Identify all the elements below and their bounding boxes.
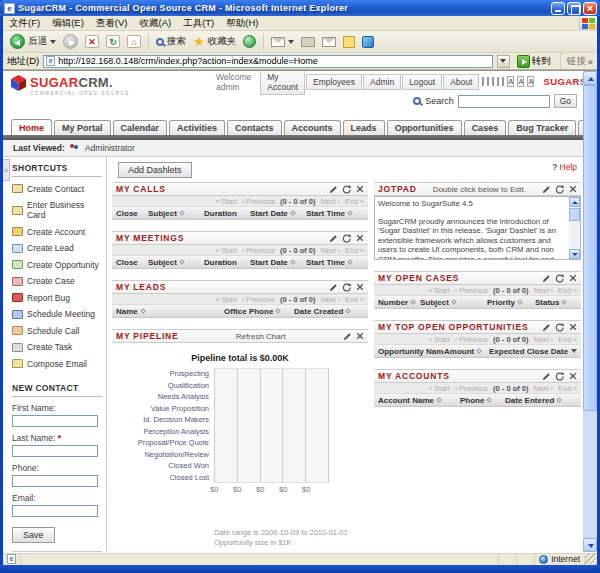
close-icon[interactable] <box>569 372 577 380</box>
pagination-end[interactable]: End <box>558 384 577 393</box>
font-size-medium-button[interactable]: A <box>517 76 524 87</box>
nav-my-account[interactable]: My Account <box>260 71 305 95</box>
pagination-previous[interactable]: Previous <box>455 384 488 393</box>
tab-leads[interactable]: Leads <box>343 120 385 135</box>
jotpad-textarea[interactable]: Welcome to SugarSuite 4.5 SugarCRM proud… <box>374 196 581 260</box>
last-name-field[interactable] <box>12 445 98 457</box>
edit-icon[interactable] <box>329 185 338 194</box>
column-account-name[interactable]: Account Name <box>378 396 460 405</box>
font-size-large-button[interactable]: A <box>527 76 534 87</box>
add-dashlets-button[interactable]: Add Dashlets <box>118 162 192 178</box>
menu-file[interactable]: 文件(F) <box>3 16 46 31</box>
minimize-button[interactable] <box>551 2 565 15</box>
column-duration[interactable]: Duration <box>204 209 250 218</box>
close-icon[interactable] <box>356 185 364 193</box>
email-field[interactable] <box>12 505 98 517</box>
crm-search-go-button[interactable]: Go <box>554 94 577 108</box>
save-button[interactable]: Save <box>12 527 55 543</box>
edit-icon[interactable] <box>343 332 352 341</box>
column-duration[interactable]: Duration <box>204 258 250 267</box>
pagination-start[interactable]: Start <box>215 197 237 206</box>
pagination-start[interactable]: Start <box>215 246 237 255</box>
font-size-small-button[interactable]: A <box>507 76 514 87</box>
scroll-up-icon[interactable] <box>569 197 580 207</box>
pagination-next[interactable]: Next <box>534 286 553 295</box>
close-icon[interactable] <box>356 234 364 242</box>
pagination-end[interactable]: End <box>345 246 364 255</box>
close-icon[interactable] <box>356 332 364 340</box>
pagination-previous[interactable]: Previous <box>242 197 275 206</box>
pagination-start[interactable]: Start <box>428 335 450 344</box>
close-icon[interactable] <box>569 323 577 331</box>
theme-swatch[interactable] <box>482 77 484 86</box>
sidebar-collapse-handle[interactable]: « <box>3 159 10 181</box>
column-subject[interactable]: Subject <box>148 258 204 267</box>
column-expected-close-date[interactable]: Expected Close Date <box>489 347 577 356</box>
address-dropdown[interactable] <box>497 55 510 68</box>
menu-help[interactable]: 帮助(H) <box>220 16 264 31</box>
edit-icon[interactable] <box>542 185 551 194</box>
pagination-start[interactable]: Start <box>428 384 450 393</box>
pagination-previous[interactable]: Previous <box>242 295 275 304</box>
column-status[interactable]: Status <box>535 298 577 307</box>
go-button[interactable]: 转到 <box>514 55 554 68</box>
favorites-button[interactable]: ★ 收藏夹 <box>191 34 238 49</box>
theme-swatch[interactable] <box>497 77 499 86</box>
refresh-icon[interactable] <box>342 234 352 243</box>
column-office-phone[interactable]: Office Phone <box>224 307 294 316</box>
column-subject[interactable]: Subject <box>148 209 204 218</box>
scroll-up-icon[interactable] <box>583 71 597 85</box>
column-subject[interactable]: Subject <box>420 298 487 307</box>
pagination-next[interactable]: Next <box>534 384 553 393</box>
first-name-field[interactable] <box>12 415 98 427</box>
pagination-previous[interactable]: Previous <box>455 335 488 344</box>
pagination-previous[interactable]: Previous <box>242 246 275 255</box>
edit-icon[interactable] <box>542 372 551 381</box>
pagination-start[interactable]: Start <box>215 295 237 304</box>
menu-tools[interactable]: 工具(T) <box>177 16 220 31</box>
shortcut-schedule-call[interactable]: Schedule Call <box>12 319 102 336</box>
jotpad-scrollbar[interactable] <box>569 197 580 259</box>
column-number[interactable]: Number <box>378 298 420 307</box>
close-icon[interactable] <box>569 274 577 282</box>
refresh-button[interactable]: ↻ <box>104 34 122 49</box>
nav-about[interactable]: About <box>443 74 479 90</box>
pagination-previous[interactable]: Previous <box>455 286 488 295</box>
column-start-time[interactable]: Start Time <box>306 209 364 218</box>
tab-accounts[interactable]: Accounts <box>284 120 341 135</box>
search-button[interactable]: 搜索 <box>154 34 188 49</box>
tab-contacts[interactable]: Contacts <box>227 120 282 135</box>
pagination-end[interactable]: End <box>345 295 364 304</box>
close-icon[interactable] <box>569 185 577 193</box>
scroll-down-icon[interactable] <box>569 249 580 259</box>
shortcut-create-account[interactable]: Create Account <box>12 220 102 237</box>
forward-button[interactable] <box>61 33 80 50</box>
column-date-created[interactable]: Date Created <box>294 307 364 316</box>
home-button[interactable]: ⌂ <box>125 34 143 49</box>
tab-my-portal[interactable]: My Portal <box>54 120 111 135</box>
nav-employees[interactable]: Employees <box>306 74 362 90</box>
crm-search-input[interactable] <box>458 95 550 108</box>
theme-swatch[interactable] <box>502 77 504 86</box>
theme-swatch[interactable] <box>492 77 494 86</box>
links-menu[interactable]: 链接 » <box>567 55 593 68</box>
history-button[interactable] <box>241 34 258 49</box>
tab-cases[interactable]: Cases <box>464 120 507 135</box>
shortcut-schedule-meeting[interactable]: Schedule Meeting <box>12 303 102 320</box>
shortcut-enter-business-card[interactable]: Enter Business Card <box>12 194 102 221</box>
last-viewed-item[interactable]: Administrator <box>85 143 135 153</box>
pagination-next[interactable]: Next <box>321 295 340 304</box>
sugarcrm-logo[interactable]: SUGARCRM. COMMERCIAL OPEN SOURCE <box>11 75 130 96</box>
tab-home[interactable]: Home <box>11 119 52 135</box>
notes-button[interactable] <box>341 35 357 49</box>
tab-bug-tracker[interactable]: Bug Tracker <box>508 120 576 135</box>
pagination-next[interactable]: Next <box>534 335 553 344</box>
column-name[interactable]: Name <box>116 307 224 316</box>
maximize-button[interactable] <box>567 2 581 15</box>
refresh-icon[interactable] <box>342 283 352 292</box>
edit-icon[interactable] <box>542 274 551 283</box>
back-button[interactable]: 后退 <box>8 33 58 50</box>
refresh-icon[interactable] <box>555 323 565 332</box>
help-link[interactable]: Help <box>560 162 577 172</box>
address-input[interactable]: e http://192.168.0.148/crm/index.php?act… <box>43 55 493 68</box>
